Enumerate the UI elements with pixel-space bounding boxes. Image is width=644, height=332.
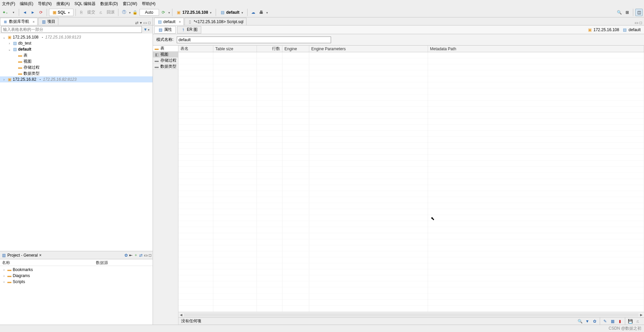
watermark-text: CSDN @数据之初 [608,326,641,331]
add-icon[interactable]: ＋ [134,252,138,258]
revert-icon[interactable]: ⎌ [634,318,641,325]
collapse-icon[interactable]: ⇤ [129,253,132,258]
horizontal-scrollbar[interactable]: ◄ ► [178,312,644,317]
menu-help[interactable]: 帮助(H) [142,1,156,7]
refresh-dropdown[interactable] [168,10,170,15]
subtab-properties[interactable]: ▤属性 [154,26,176,34]
filter-icon[interactable]: ▼ [142,27,151,32]
tx-mode-icon[interactable]: Ⓣ [120,9,128,16]
breadcrumb-schema[interactable]: ▤default [623,27,641,32]
menu-sql-editor[interactable]: SQL 编辑器 [74,1,96,7]
status-bar: CSDN @数据之初 [0,325,644,332]
editor-tab-script[interactable]: ▯*<172.25.16.108> Script.sql [184,18,246,25]
view-icon: ◧ [154,52,159,57]
tab-db-navigator[interactable]: ≣ 数据库导航× [0,18,38,25]
minimize-icon[interactable]: ▭ [144,253,148,258]
folder-icon: ▬ [18,59,22,64]
cat-procedures[interactable]: ▬存储过程 [153,58,178,64]
editor-tabstrip: ▤default× ▯*<172.25.16.108> Script.sql ▭… [153,17,644,25]
commit-mode-select[interactable]: Auto [140,9,159,16]
menu-search[interactable]: 搜索(A) [56,1,70,7]
menu-database[interactable]: 数据库(D) [100,1,118,7]
folder-icon: ▬ [18,53,22,58]
link-icon[interactable]: ⇄ [139,253,143,258]
maximize-icon[interactable]: □ [149,253,151,258]
db-navigator-tree[interactable]: ⌄▣172.25.16.108 - 172.25.16.108:8123 ›▤d… [0,34,153,251]
col-table-size[interactable]: Table size [213,46,257,52]
dbeaver-perspective-icon[interactable]: ◫ [635,9,643,16]
settings-icon[interactable]: ✿ [591,318,598,325]
back-icon[interactable]: ◄ [21,9,29,16]
minimize-icon[interactable]: ▭ [143,20,147,25]
navigator-search-input[interactable] [1,26,142,33]
breadcrumb-connection[interactable]: ▣172.25.16.108 [587,27,619,32]
search-toolbar-icon[interactable]: 🔍 [615,9,623,16]
edit-icon[interactable]: ✎ [601,318,609,325]
rollback-icon[interactable]: ⎌ [97,9,105,16]
maximize-icon[interactable]: □ [148,20,151,25]
col-engine[interactable]: Engine [282,46,309,52]
project-col-name[interactable]: 名称 [0,259,94,266]
scroll-right-icon[interactable]: ► [639,313,644,317]
schema-selector[interactable]: ▤ default [218,9,245,16]
folder-icon: ▬ [154,64,159,69]
table-grid-body[interactable]: ⬉ [178,52,644,312]
minimize-icon[interactable]: ▭ [635,20,638,25]
tab-projects[interactable]: ▥ 项目 [38,18,58,25]
col-rows[interactable]: 行数 [257,46,282,52]
commit-button[interactable]: 提交 [86,9,97,16]
perspective-icon[interactable]: ⊞ [624,9,631,16]
col-metadata-path[interactable]: Metadata Path [428,46,644,52]
search-icon[interactable]: 🔍 [576,318,584,325]
delete-icon[interactable]: ▮ [616,318,624,325]
database-icon: ▤ [12,47,17,52]
col-engine-params[interactable]: Engine Parameters [309,46,428,52]
main-toolbar: ✦₊ ◄ ► ⟳ ▣SQL ⎘ 提交 ⎌ 回滚 Ⓣ 🔒 Auto ⟳ ▣ 172… [0,7,644,17]
cat-tables[interactable]: ▬表 [153,46,178,52]
cloud-icon[interactable]: ☁ [250,9,257,16]
filter-icon[interactable]: ▼ [584,318,591,325]
menu-file[interactable]: 文件(F) [2,1,15,7]
project-tree[interactable]: ›▬Bookmarks ›▬Diagrams ›▬Scripts [0,266,153,325]
grid-icon[interactable]: ▦ [609,318,616,325]
print-dropdown[interactable] [266,10,268,15]
folder-icon: ▣ [176,10,181,15]
object-category-list[interactable]: ▬表 ◧视图 ▬存储过程 ▬数据类型 [153,46,178,325]
col-table-name[interactable]: 表名 [178,46,213,52]
cat-views[interactable]: ◧视图 [153,52,178,58]
cat-types[interactable]: ▬数据类型 [153,64,178,70]
new-connection-dropdown[interactable] [9,9,17,16]
connection-icon: ▣ [7,77,12,82]
save-icon[interactable]: 💾 [627,318,634,325]
view-menu-icon[interactable]: ▾ [140,20,142,25]
editor-tab-default[interactable]: ▤default× [154,18,184,25]
forward-icon[interactable]: ► [29,9,37,16]
link-icon[interactable]: ⇄ [135,20,139,25]
menu-window[interactable]: 窗口(W) [123,1,137,7]
menu-navigate[interactable]: 导航(N) [38,1,52,7]
grid-status-text: 没有任何项 [181,318,201,324]
project-col-datasource[interactable]: 数据源 [94,259,110,266]
print-icon[interactable]: 🖶 [258,9,265,16]
folder-icon: ▬ [7,279,12,284]
lock-icon[interactable]: 🔒 [131,9,139,16]
close-icon[interactable]: × [179,20,181,24]
subtab-er-diagram[interactable]: ᚬER 图 [177,26,201,34]
script-icon: ▯ [187,19,192,24]
maximize-icon[interactable]: □ [640,20,642,25]
sql-button[interactable]: ▣SQL [49,9,73,16]
commit-icon[interactable]: ⎘ [78,9,85,16]
menu-edit[interactable]: 编辑(E) [20,1,33,7]
stop-icon[interactable]: ⟳ [37,9,45,16]
close-icon[interactable]: × [39,253,42,258]
connection-selector[interactable]: ▣ 172.25.16.108 [174,9,214,16]
new-connection-icon[interactable]: ✦₊ [1,9,9,16]
refresh-icon[interactable]: ⟳ [160,9,167,16]
scroll-left-icon[interactable]: ◄ [178,313,184,317]
close-icon[interactable]: × [33,20,35,24]
schema-name-input[interactable] [177,37,331,43]
rollback-button[interactable]: 回滚 [105,9,116,16]
mouse-cursor-icon: ⬉ [431,216,435,221]
tx-mode-dropdown[interactable] [128,10,131,15]
settings-icon[interactable]: ✿ [124,253,128,258]
